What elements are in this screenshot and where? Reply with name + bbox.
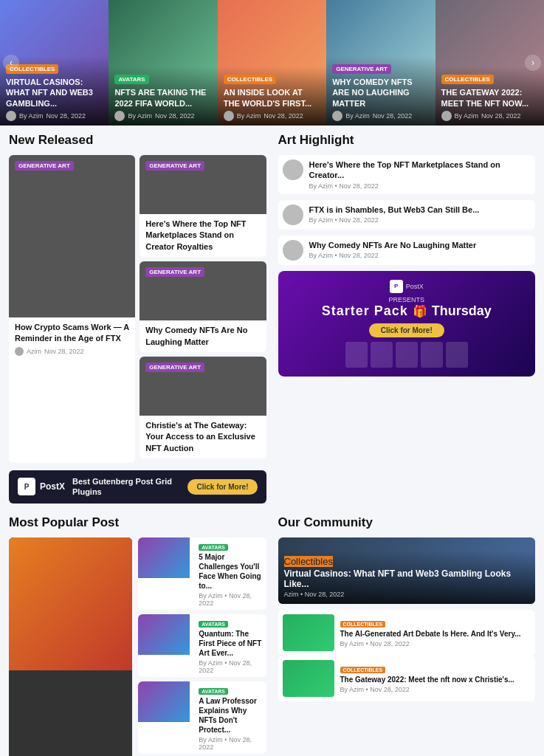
banner-logo: P PostX xyxy=(390,280,424,293)
banner-icon: P xyxy=(390,280,403,293)
new-released-side-card[interactable]: Generative art Here's Where the Top NFT … xyxy=(140,155,266,257)
most-popular-content: Avatars Everyone in Web3 Is "Zooming Out… xyxy=(9,537,266,756)
hero-carousel-item[interactable]: Avatars NFTS ARE TAKING THE 2022 FIFA WO… xyxy=(109,0,217,126)
author-name: By Azim xyxy=(237,112,261,120)
postx-ad-cta-button[interactable]: Click for More! xyxy=(187,479,257,495)
hero-carousel-item[interactable]: Collectibles AN INSIDE LOOK AT THE WORLD… xyxy=(218,0,326,126)
art-highlight-item-meta: By Azim • Nov 28, 2022 xyxy=(309,216,531,224)
community-item-title: The AI-Generated Art Debate Is Here. And… xyxy=(340,629,531,639)
side-card-tag: Generative art xyxy=(145,362,204,372)
most-popular-list: Avatars 5 Major Challenges You'll Face W… xyxy=(138,537,266,756)
new-released-art-highlight-section: New Released Generative art How Crypto S… xyxy=(9,133,535,504)
community-item[interactable]: Collectibles The Gateway 2022: Meet the … xyxy=(278,656,536,701)
carousel-next-button[interactable]: › xyxy=(525,55,541,71)
our-community-title: Our Community xyxy=(278,515,536,530)
banner-thumb-1 xyxy=(345,342,368,368)
most-popular-list-item[interactable]: Avatars 5 Major Challenges You'll Face W… xyxy=(138,537,266,610)
art-highlight-item-title: FTX is in Shambles, But Web3 Can Still B… xyxy=(309,205,531,215)
list-item-tag: Avatars xyxy=(199,544,228,551)
new-released-main-card[interactable]: Generative art How Crypto Scams Work — A… xyxy=(9,155,135,463)
art-highlight-item[interactable]: Here's Where the Top NFT Marketplaces St… xyxy=(278,155,536,194)
author-avatar xyxy=(283,205,303,225)
banner-cta-button[interactable]: Click for More! xyxy=(369,323,444,337)
hero-item-title: VIRTUAL CASINOS: WHAT NFT AND WEB3 GAMBL… xyxy=(6,77,103,109)
new-released-side-card[interactable]: Generative art Why Comedy NFTs Are No La… xyxy=(140,261,266,352)
community-items-list: Collectibles The AI-Generated Art Debate… xyxy=(278,610,536,701)
post-date: Nov 28, 2022 xyxy=(44,348,84,355)
new-released-title: New Released xyxy=(9,133,266,148)
postx-ad-banner[interactable]: P PostX Best Gutenberg Post Grid Plugins… xyxy=(9,470,266,504)
postx-logo: P PostX xyxy=(18,478,65,495)
banner-logo-text: PostX xyxy=(406,283,424,290)
most-popular-list-item[interactable]: Avatars A Law Professor Explains Why NFT… xyxy=(138,681,266,754)
author-avatar xyxy=(283,159,303,180)
community-featured-overlay: Collectibles Virtual Casinos: What NFT a… xyxy=(278,550,536,604)
most-popular-list-item[interactable]: Avatars Quantum: The First Piece of NFT … xyxy=(138,614,266,677)
art-highlight-section: Art Highlight Here's Where the Top NFT M… xyxy=(278,133,536,504)
postx-icon: P xyxy=(18,478,35,495)
author-name: By Azim xyxy=(455,112,479,120)
author-avatar xyxy=(441,111,452,121)
side-card-title: Christie's at The Gateway: Your Access t… xyxy=(145,420,260,454)
hero-item-overlay: Collectibles THE GATEWAY 2022: MEET THE … xyxy=(435,66,544,126)
hero-item-title: AN INSIDE LOOK AT THE WORLD'S FIRST... xyxy=(224,87,320,109)
banner-thumb-3 xyxy=(396,342,418,368)
hero-item-meta: By Azim Nov 28, 2022 xyxy=(332,111,429,121)
post-date: Nov 28, 2022 xyxy=(264,112,303,120)
side-card-tag: Generative art xyxy=(145,267,204,277)
starter-pack-banner[interactable]: P PostX PRESENTS Starter Pack 🎁 Thursday… xyxy=(278,271,536,377)
post-date: Nov 28, 2022 xyxy=(481,112,521,120)
banner-thumbnails xyxy=(345,342,468,368)
starter-pack-title-row: Starter Pack 🎁 Thursday xyxy=(322,303,492,319)
new-released-grid: Generative art How Crypto Scams Work — A… xyxy=(9,155,266,463)
community-featured-tag: Collectibles xyxy=(284,556,333,567)
author-avatar xyxy=(6,111,16,121)
most-popular-title: Most Popular Post xyxy=(9,515,266,530)
hero-item-tag: Generative Art xyxy=(332,64,391,74)
hero-item-tag: Collectibles xyxy=(441,75,494,84)
hero-item-meta: By Azim Nov 28, 2022 xyxy=(224,111,320,121)
hero-item-tag: Collectibles xyxy=(224,75,276,84)
hero-carousel-item[interactable]: Generative Art WHY COMEDY NFTS ARE NO LA… xyxy=(326,0,435,126)
new-released-side-card[interactable]: Generative art Christie's at The Gateway… xyxy=(140,357,266,458)
banner-line1: Starter Pack xyxy=(322,303,408,319)
art-highlight-item[interactable]: Why Comedy NFTs Are No Laughing Matter B… xyxy=(278,236,536,265)
list-item-image xyxy=(138,681,190,722)
community-item[interactable]: Collectibles The AI-Generated Art Debate… xyxy=(278,610,536,656)
art-highlight-item[interactable]: FTX is in Shambles, But Web3 Can Still B… xyxy=(278,200,536,230)
community-item-tag: Collectibles xyxy=(340,667,386,673)
banner-emoji: 🎁 xyxy=(413,304,427,318)
list-item-meta: By Azim • Nov 28, 2022 xyxy=(199,659,261,674)
post-date: Nov 28, 2022 xyxy=(373,112,413,120)
side-card-title: Why Comedy NFTs Are No Laughing Matter xyxy=(145,325,260,348)
banner-thursday: Thursday xyxy=(432,303,492,319)
list-item-image xyxy=(138,537,190,578)
art-highlight-item-title: Here's Where the Top NFT Marketplaces St… xyxy=(309,159,531,181)
community-featured-card[interactable]: Collectibles Virtual Casinos: What NFT a… xyxy=(278,537,536,604)
list-item-meta: By Azim • Nov 28, 2022 xyxy=(199,736,261,751)
community-item-meta: By Azim • Nov 28, 2022 xyxy=(340,640,531,647)
our-community-section: Our Community Collectibles Virtual Casin… xyxy=(278,515,536,756)
postx-ad-text: Best Gutenberg Post Grid Plugins xyxy=(72,476,180,498)
hero-item-overlay: Avatars NFTS ARE TAKING THE 2022 FIFA WO… xyxy=(109,66,217,126)
list-item-title: Quantum: The First Piece of NFT Art Ever… xyxy=(199,629,261,658)
list-item-image xyxy=(138,614,190,655)
carousel-prev-button[interactable]: ‹ xyxy=(3,55,19,71)
banner-thumb-4 xyxy=(421,342,443,368)
list-item-tag: Avatars xyxy=(199,688,228,695)
banner-thumb-2 xyxy=(371,342,393,368)
most-popular-section: Most Popular Post Avatars Everyone in We… xyxy=(9,515,266,756)
community-item-image xyxy=(283,660,334,697)
author-avatar xyxy=(224,111,234,121)
hero-item-tag: Avatars xyxy=(114,75,148,84)
hero-carousel: ‹ Collectibles VIRTUAL CASINOS: WHAT NFT… xyxy=(0,0,544,126)
art-highlight-list: Here's Where the Top NFT Marketplaces St… xyxy=(278,155,536,265)
list-item-tag: Avatars xyxy=(199,621,228,628)
author-name: Azim xyxy=(284,591,299,598)
new-released-section: New Released Generative art How Crypto S… xyxy=(9,133,266,504)
author-avatar xyxy=(114,111,125,121)
post-date: Nov 28, 2022 xyxy=(155,112,195,120)
most-popular-main-card[interactable]: Avatars Everyone in Web3 Is "Zooming Out… xyxy=(9,537,132,756)
hero-item-meta: By Azim Nov 28, 2022 xyxy=(6,111,103,121)
author-name: By Azim xyxy=(19,112,44,120)
